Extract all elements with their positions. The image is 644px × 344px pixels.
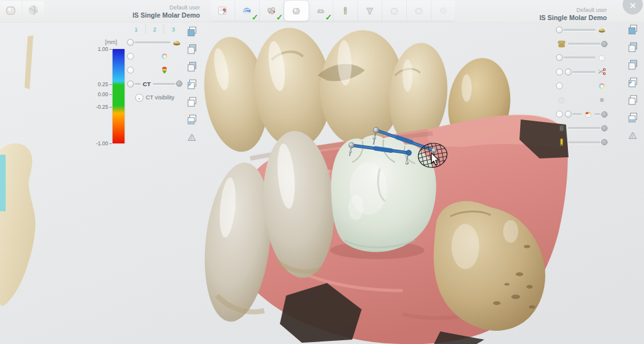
slider-track[interactable] xyxy=(135,42,170,43)
left-panel-tabs: 123 xyxy=(127,25,182,34)
implant-marker xyxy=(0,155,6,211)
layers-back-filled-icon[interactable] xyxy=(626,40,640,54)
right-panel-row-5 xyxy=(556,79,608,93)
gold-teeth-icon[interactable] xyxy=(556,38,567,50)
rod-end-sphere[interactable] xyxy=(431,148,436,153)
radio-button[interactable] xyxy=(556,111,563,118)
connect-faded-icon xyxy=(438,5,449,16)
toolbar-step-tooth-final[interactable] xyxy=(0,1,21,19)
corn-dark-icon[interactable] xyxy=(556,123,567,134)
radio-button[interactable] xyxy=(127,53,134,60)
layers-front-filled-icon[interactable] xyxy=(185,25,199,38)
toolbar-step-crown-design[interactable] xyxy=(284,1,309,21)
layers-plain-icon[interactable] xyxy=(185,95,199,109)
tooth-pin-icon[interactable] xyxy=(158,64,170,75)
slider-track[interactable] xyxy=(135,83,141,85)
crown-outline-icon xyxy=(413,5,425,16)
toolbar-step-articulator[interactable]: ✓ xyxy=(309,1,333,21)
radio-button[interactable] xyxy=(556,69,563,75)
workflow-toolbar: ✓✓✓ xyxy=(211,1,455,21)
panel-row-slider xyxy=(127,35,182,49)
slider-handle[interactable] xyxy=(127,80,134,87)
prism-icon[interactable] xyxy=(185,130,199,144)
toolbar-overflow xyxy=(0,1,45,19)
toolbar-step-connect-faded[interactable] xyxy=(431,1,455,21)
scale-tick-label: 1.00 xyxy=(89,46,112,52)
slider-handle[interactable] xyxy=(601,111,608,118)
implant-icon xyxy=(340,5,351,16)
brush-yellow-icon[interactable] xyxy=(556,136,567,148)
tooth-white-icon[interactable] xyxy=(596,52,608,64)
layers-bottom-accent-icon[interactable] xyxy=(626,111,640,125)
radio-button[interactable] xyxy=(556,82,563,89)
layers-bottom-accent-icon[interactable] xyxy=(185,113,199,126)
slider-track[interactable] xyxy=(153,83,175,85)
slider-handle[interactable] xyxy=(176,80,182,87)
chevron-down-icon[interactable]: ⌄ xyxy=(135,94,143,102)
left-control-panel: 123CT⌄CT visibility xyxy=(127,25,182,104)
crown-outline-icon xyxy=(389,5,400,16)
right-panel-row-9 xyxy=(556,135,608,149)
tab-2[interactable]: 2 xyxy=(145,25,164,34)
slider-handle[interactable] xyxy=(601,139,608,145)
right-panel-row-2 xyxy=(556,36,608,50)
color-wheel-icon[interactable] xyxy=(596,80,608,92)
gold-crown-icon[interactable] xyxy=(596,24,608,35)
toolbar-step-crown-outline[interactable] xyxy=(407,1,431,21)
right-panel-row-1 xyxy=(556,23,608,36)
tooth-ghost-icon[interactable] xyxy=(556,94,567,106)
tab-1[interactable]: 1 xyxy=(127,25,145,34)
slider-handle[interactable] xyxy=(556,26,563,33)
slider-handle[interactable] xyxy=(601,125,608,131)
toolbar-step-group-faded[interactable] xyxy=(23,1,44,19)
layers-front-filled-icon[interactable] xyxy=(626,23,640,36)
toolbar-step-model-setup[interactable]: ✓ xyxy=(260,1,284,21)
slider-track[interactable] xyxy=(568,127,601,129)
toolbar-step-abutment[interactable] xyxy=(358,1,382,21)
slider-track[interactable] xyxy=(568,43,601,45)
toolbar-step-scan[interactable]: ✓ xyxy=(235,1,260,21)
panel-row-slider-labeled: CT xyxy=(127,77,182,91)
slider-handle[interactable] xyxy=(601,41,608,47)
slider-handle[interactable] xyxy=(565,111,572,118)
layers-plain-icon[interactable] xyxy=(626,93,640,107)
slider-handle[interactable] xyxy=(556,54,563,61)
right-panel-row-6 xyxy=(556,93,608,107)
toolbar-step-crown-outline[interactable] xyxy=(382,1,407,21)
radio-button[interactable] xyxy=(127,67,134,74)
prism-icon[interactable] xyxy=(626,128,640,142)
right-panel-row-7 xyxy=(556,107,608,121)
scissors-icon[interactable] xyxy=(596,66,608,77)
dot-icon[interactable] xyxy=(596,94,608,106)
color-wheel-icon[interactable] xyxy=(158,50,170,62)
toolbar-step-implant[interactable] xyxy=(333,1,358,21)
slider-handle[interactable] xyxy=(127,39,134,46)
project-title: IS Single Molar Demo xyxy=(506,14,607,21)
tab-3[interactable]: 3 xyxy=(164,25,182,34)
check-icon: ✓ xyxy=(325,13,332,22)
slider-track[interactable] xyxy=(594,113,601,115)
user-label: Default user xyxy=(107,4,200,11)
crown-design-icon xyxy=(291,5,302,16)
slider-handle[interactable] xyxy=(565,69,572,75)
slider-track[interactable] xyxy=(572,71,596,73)
tooth-colored-icon[interactable] xyxy=(582,109,594,120)
right-panel-row-8 xyxy=(556,121,608,135)
scale-tick-label: -1.00 xyxy=(89,140,112,147)
ct-visibility-label[interactable]: CT visibility xyxy=(146,94,174,101)
left-quick-icons xyxy=(185,25,199,144)
toolbar-step-order-form[interactable] xyxy=(211,1,235,21)
gold-crown-icon[interactable] xyxy=(171,36,182,48)
panel-row-radio-icon xyxy=(127,63,182,77)
layers-back-filled-icon[interactable] xyxy=(185,42,199,56)
layers-back-filled-icon[interactable] xyxy=(185,60,199,74)
slider-track[interactable] xyxy=(568,141,601,143)
layers-corner-accent-icon[interactable] xyxy=(626,75,640,89)
layers-back-filled-icon[interactable] xyxy=(626,58,640,72)
slider-track[interactable] xyxy=(564,29,596,31)
layers-corner-accent-icon[interactable] xyxy=(185,77,199,91)
scale-tick-label: 0.25 xyxy=(89,81,112,87)
slider-track[interactable] xyxy=(572,113,582,115)
slider-track[interactable] xyxy=(564,57,596,58)
panel-row-dropdown: ⌄CT visibility xyxy=(127,91,182,104)
